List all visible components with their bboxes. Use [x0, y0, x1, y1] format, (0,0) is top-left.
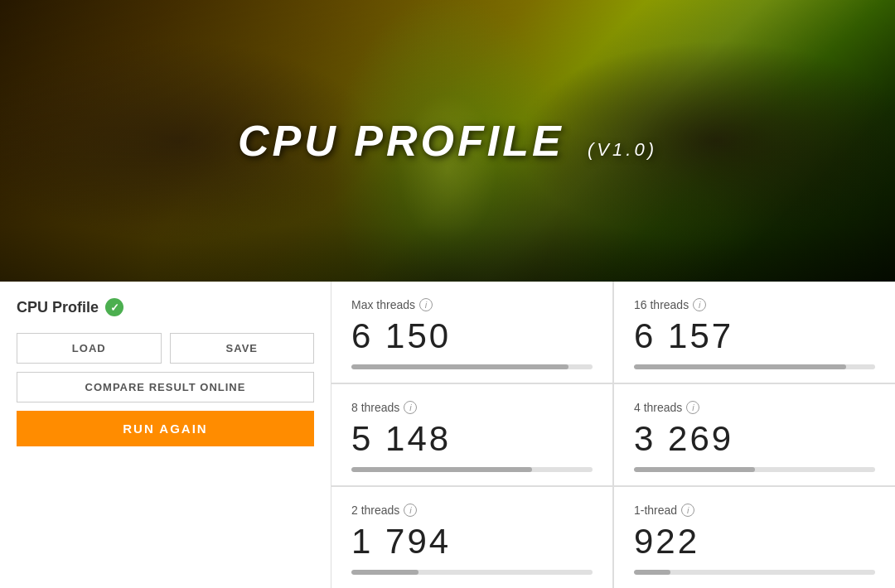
save-button[interactable]: SAVE: [170, 333, 315, 364]
result-card: Max threads i 6 150: [331, 282, 612, 383]
hero-title-text: CPU PROFILE: [238, 117, 564, 165]
result-label: 16 threads i: [634, 298, 875, 311]
result-score: 6 157: [634, 316, 875, 356]
result-label: 4 threads i: [634, 401, 875, 414]
result-score: 5 148: [351, 419, 593, 459]
score-bar-bg: [351, 570, 593, 575]
load-save-row: LOAD SAVE: [17, 333, 314, 364]
result-label-text: 2 threads: [351, 504, 399, 517]
score-bar-bg: [634, 364, 875, 369]
hero-banner: CPU PROFILE (V1.0): [0, 0, 895, 282]
run-again-button[interactable]: RUN AGAIN: [17, 411, 314, 446]
result-label-text: 8 threads: [351, 401, 399, 414]
hero-text: CPU PROFILE (V1.0): [238, 116, 657, 166]
info-icon[interactable]: i: [686, 401, 699, 414]
score-bar-bg: [351, 364, 593, 369]
results-grid: Max threads i 6 150 16 threads i 6 157 8…: [331, 282, 895, 588]
result-label: Max threads i: [351, 298, 593, 311]
result-label: 2 threads i: [351, 504, 593, 517]
score-bar-fill: [351, 364, 568, 369]
info-icon[interactable]: i: [419, 298, 433, 311]
result-card: 4 threads i 3 269: [614, 384, 895, 485]
info-icon[interactable]: i: [404, 504, 417, 517]
result-card: 16 threads i 6 157: [614, 282, 895, 383]
score-bar-fill: [634, 467, 755, 472]
score-bar-bg: [634, 467, 875, 472]
result-card: 2 threads i 1 794: [331, 487, 612, 588]
info-icon[interactable]: i: [404, 401, 417, 414]
result-score: 6 150: [351, 316, 593, 356]
load-button[interactable]: LOAD: [17, 333, 162, 364]
score-bar-bg: [634, 570, 875, 575]
left-panel: CPU Profile ✓ LOAD SAVE COMPARE RESULT O…: [0, 282, 331, 588]
result-card: 1-thread i 922: [614, 487, 895, 588]
hero-version: (V1.0): [588, 139, 657, 160]
panel-title-text: CPU Profile: [17, 299, 99, 316]
result-label-text: 4 threads: [634, 401, 682, 414]
result-label-text: Max threads: [351, 298, 415, 311]
score-bar-fill: [351, 467, 532, 472]
result-card: 8 threads i 5 148: [331, 384, 612, 485]
result-label: 1-thread i: [634, 504, 875, 517]
result-label-text: 1-thread: [634, 504, 677, 517]
score-bar-bg: [351, 467, 593, 472]
result-score: 922: [634, 522, 875, 561]
info-icon[interactable]: i: [693, 298, 706, 311]
hero-title: CPU PROFILE (V1.0): [238, 116, 657, 166]
compare-button[interactable]: COMPARE RESULT ONLINE: [17, 372, 314, 402]
score-bar-fill: [634, 364, 846, 369]
result-score: 3 269: [634, 419, 875, 459]
result-label-text: 16 threads: [634, 298, 689, 311]
info-icon[interactable]: i: [681, 504, 694, 517]
score-bar-fill: [351, 570, 418, 575]
panel-title: CPU Profile ✓: [17, 298, 314, 316]
check-icon: ✓: [105, 298, 123, 316]
result-label: 8 threads i: [351, 401, 593, 414]
score-bar-fill: [634, 570, 670, 575]
result-score: 1 794: [351, 522, 593, 561]
main-content: CPU Profile ✓ LOAD SAVE COMPARE RESULT O…: [0, 282, 895, 588]
